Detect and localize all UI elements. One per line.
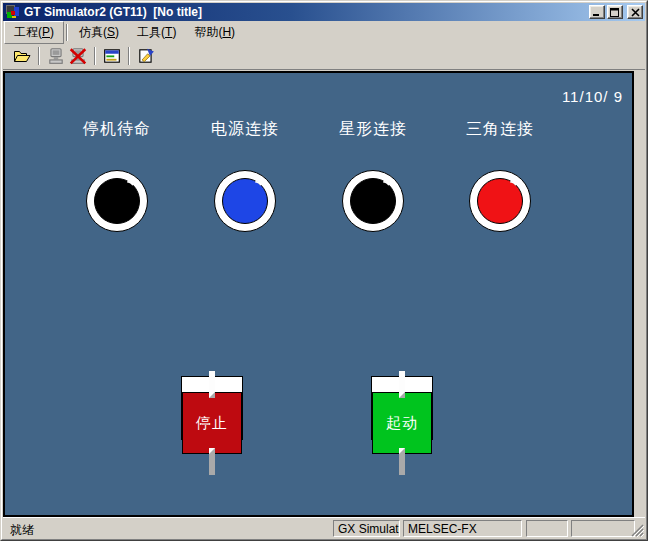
toolbar-separator <box>128 47 130 65</box>
lamp-star-connect <box>342 170 404 232</box>
lamp-highlight <box>504 179 519 194</box>
status-bar: 就绪 GX Simulator MELSEC-FX <box>3 517 645 538</box>
window-title: GT Simulator2 (GT11) [No title] <box>24 5 586 19</box>
device-monitor-icon <box>103 47 121 65</box>
start-button[interactable]: 起动 <box>371 376 433 440</box>
menu-separator <box>66 24 68 41</box>
lamp-highlight <box>249 179 264 194</box>
menu-tools[interactable]: 工具(T) <box>128 22 185 43</box>
client-area: 11/10/ 9 停机待命 电源连接 星形连接 三角连接 停止 起动 <box>3 69 645 515</box>
maximize-icon <box>610 8 620 17</box>
simulate-start-button[interactable] <box>45 45 67 67</box>
toolbar-separator <box>94 47 96 65</box>
minimize-icon <box>592 8 602 17</box>
device-monitor-button[interactable] <box>101 45 123 67</box>
lamp-delta-connect <box>469 170 531 232</box>
gt-simulator2-window: GT Simulator2 (GT11) [No title] 工程(P) 仿真… <box>0 0 648 541</box>
close-icon <box>631 8 640 17</box>
toolbar <box>3 43 645 69</box>
simulate-stop-button[interactable] <box>67 45 89 67</box>
menu-simulate[interactable]: 仿真(S) <box>70 22 128 43</box>
close-button[interactable] <box>627 5 643 19</box>
minimize-button[interactable] <box>589 5 605 19</box>
status-message: 就绪 <box>10 522 34 539</box>
lamp-label-stop-standby: 停机待命 <box>83 119 151 140</box>
menu-project[interactable]: 工程(P) <box>4 21 64 44</box>
simulate-start-icon <box>47 47 65 65</box>
lamp-highlight <box>377 179 392 194</box>
status-panel-plc-type: MELSEC-FX <box>403 520 522 537</box>
menu-bar: 工程(P) 仿真(S) 工具(T) 帮助(H) <box>3 22 645 43</box>
menu-help[interactable]: 帮助(H) <box>185 22 244 43</box>
open-folder-icon <box>13 48 31 64</box>
resize-grip-icon[interactable] <box>631 524 644 537</box>
lamp-power-connect <box>214 170 276 232</box>
lamp-highlight <box>121 179 136 194</box>
toolbar-separator <box>38 47 40 65</box>
option-setup-button[interactable] <box>135 45 157 67</box>
status-panel-empty <box>571 520 635 537</box>
simulate-stop-icon <box>69 47 87 65</box>
status-panel-simulator: GX Simulator <box>333 520 400 537</box>
gt-simulator-app-icon <box>5 4 21 20</box>
hmi-screen: 11/10/ 9 停机待命 电源连接 星形连接 三角连接 停止 起动 <box>3 71 634 517</box>
status-panel-empty <box>526 520 568 537</box>
lamp-label-power-connect: 电源连接 <box>211 119 279 140</box>
maximize-button[interactable] <box>607 5 623 19</box>
lamp-stop-standby <box>86 170 148 232</box>
lamp-label-star-connect: 星形连接 <box>339 119 407 140</box>
open-project-button[interactable] <box>11 45 33 67</box>
hmi-date: 11/10/ 9 <box>562 88 623 105</box>
option-setup-icon <box>137 47 155 65</box>
title-bar[interactable]: GT Simulator2 (GT11) [No title] <box>3 3 645 21</box>
lamp-label-delta-connect: 三角连接 <box>466 119 534 140</box>
stop-button[interactable]: 停止 <box>181 376 243 440</box>
